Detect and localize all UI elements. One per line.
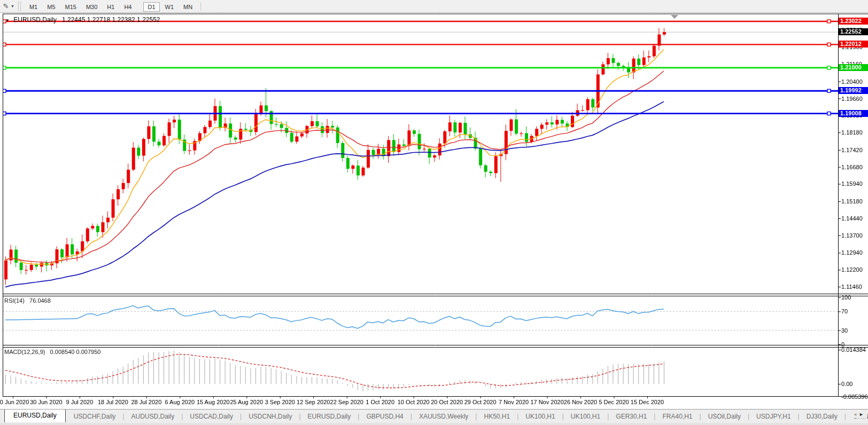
date-tick-label: 20 Jun 2020 — [0, 399, 29, 405]
date-tick-label: 6 Aug 2020 — [165, 399, 195, 405]
rsi-value: 76.0468 — [29, 297, 51, 304]
chart-canvas[interactable] — [0, 0, 868, 409]
timeframe-button-h1[interactable]: H1 — [103, 2, 119, 12]
chart-symbol-period: EURUSD,Daily — [13, 16, 57, 23]
timeframe-buttons: M1M5M15M30H1H4D1W1MN — [25, 2, 197, 11]
tab-scroll-right-icon[interactable]: ► — [859, 412, 865, 417]
pen-tool-icon[interactable]: ✎ — [1, 2, 11, 10]
date-tick-label: 28 Jul 2020 — [131, 399, 161, 405]
chart-tab-usdjpy-h1[interactable]: USDJPY,H1 — [749, 411, 797, 422]
chart-title-collapse-icon[interactable]: ▼ — [5, 18, 10, 23]
price-tick-label: 1.15180 — [841, 198, 863, 204]
timeframe-button-w1[interactable]: W1 — [161, 2, 179, 12]
timeframe-button-mn[interactable]: MN — [179, 2, 197, 12]
price-line-label[interactable]: 1.23022 — [839, 18, 868, 25]
trading-platform-window: ✎ ▼ M1M5M15M30H1H4D1W1MN ▼ EURUSD,Daily … — [0, 0, 868, 425]
date-tick-label: 20 Oct 2020 — [431, 399, 463, 405]
price-line-label[interactable]: 1.22012 — [839, 41, 868, 48]
date-tick-label: 7 Nov 2020 — [499, 399, 529, 405]
chart-tab-eurusd-daily[interactable]: EURUSD,Daily — [301, 411, 358, 422]
price-tick-label: 1.12940 — [841, 249, 863, 256]
timeframe-button-m5[interactable]: M5 — [43, 2, 59, 12]
date-tick-label: 29 Oct 2020 — [464, 399, 497, 405]
date-tick-label: 30 Jun 2020 — [30, 399, 63, 405]
chart-tab-usdcnh-daily[interactable]: USDCNH,Daily — [242, 411, 299, 422]
macd-values: 0.008540 0.007950 — [50, 349, 101, 355]
macd-tick-label: 0.00 — [841, 381, 852, 387]
price-tick-label: 1.15940 — [841, 180, 863, 187]
macd-indicator-label: MACD(12,26,9) 0.008540 0.007950 — [4, 349, 100, 355]
date-tick-label: 3 Sep 2020 — [265, 399, 295, 405]
date-tick-label: 1 Oct 2020 — [366, 399, 394, 405]
toolbar-grip-handle[interactable] — [18, 2, 21, 11]
chart-tab-uk100-h1[interactable]: UK100,H1 — [564, 411, 607, 422]
chart-tab-usdchf-daily[interactable]: USDCHF,Daily — [67, 411, 123, 422]
chart-tab-hk50-h1[interactable]: HK50,H1 — [477, 411, 517, 422]
chart-tab-bar: EURUSD,DailyUSDCHF,Daily|AUDUSD,Daily|US… — [0, 409, 868, 423]
chart-tab-xauusd-weekly[interactable]: XAUUSD,Weekly — [412, 411, 475, 422]
price-tick-label: 1.14440 — [841, 215, 863, 222]
price-line-label[interactable]: 1.22552 — [839, 28, 868, 35]
tab-scroll-left-icon[interactable]: ◄ — [852, 412, 859, 417]
toolbar-divider — [200, 2, 201, 11]
date-tick-label: 18 Jul 2020 — [98, 399, 128, 405]
date-tick-label: 12 Sep 2020 — [297, 399, 330, 405]
tab-scroll-arrows: ◄► — [851, 411, 867, 418]
timeframe-toolbar: ✎ ▼ M1M5M15M30H1H4D1W1MN — [0, 0, 868, 13]
rsi-name: RSI(14) — [4, 297, 25, 304]
date-tick-label: 15 Dec 2020 — [631, 399, 664, 405]
date-tick-label: 26 Nov 2020 — [564, 399, 597, 405]
macd-tick-label: -0.005396 — [841, 393, 868, 400]
chart-tab-fra40-h1[interactable]: FRA40,H1 — [655, 411, 699, 422]
price-tick-label: 1.13700 — [841, 232, 863, 239]
price-line-label[interactable]: 1.21000 — [839, 64, 868, 71]
price-tick-label: 1.19660 — [841, 96, 863, 102]
chart-tab-usoil-daily[interactable]: USOil,Daily — [701, 411, 748, 422]
timeframe-button-m1[interactable]: M1 — [25, 2, 42, 12]
price-tick-label: 1.16680 — [841, 164, 863, 170]
date-tick-label: 17 Nov 2020 — [530, 399, 563, 405]
timeframe-button-h4[interactable]: H4 — [120, 2, 136, 12]
rsi-tick-label: 100 — [841, 294, 851, 301]
chart-tab-usdcad-daily[interactable]: USDCAD,Daily — [183, 411, 240, 422]
chart-tab-audusd-daily[interactable]: AUDUSD,Daily — [125, 411, 182, 422]
chart-tab-gbpusd-h4[interactable]: GBPUSD,H4 — [359, 411, 410, 422]
status-strip — [0, 423, 868, 425]
timeframe-button-m30[interactable]: M30 — [82, 2, 102, 12]
rsi-tick-label: 70 — [841, 308, 848, 314]
price-tick-label: 1.18180 — [841, 129, 863, 136]
price-tick-label: 1.11460 — [841, 284, 862, 290]
date-tick-label: 5 Dec 2020 — [599, 399, 629, 405]
date-tick-label: 25 Aug 2020 — [230, 399, 263, 405]
chart-tab-ger30-h1[interactable]: GER30,H1 — [609, 411, 654, 422]
chart-tab-dj30-daily[interactable]: DJ30,Daily — [800, 411, 844, 422]
macd-name: MACD(12,26,9) — [4, 349, 45, 355]
date-tick-label: 22 Sep 2020 — [330, 399, 363, 405]
date-tick-label: 10 Oct 2020 — [398, 399, 430, 405]
price-tick-label: 1.17420 — [841, 147, 863, 153]
rsi-indicator-label: RSI(14) 76.0468 — [4, 297, 51, 304]
macd-tick-label: 0.014384 — [841, 347, 866, 353]
chart-ohlc-values: 1.22445 1.22718 1.22382 1.22552 — [62, 16, 160, 23]
price-line-label[interactable]: 1.19008 — [839, 110, 868, 117]
timeframe-button-m15[interactable]: M15 — [61, 2, 81, 12]
chart-tab-eurusd-daily[interactable]: EURUSD,Daily — [4, 409, 66, 422]
timeframe-button-d1[interactable]: D1 — [143, 2, 159, 12]
chart-title: ▼ EURUSD,Daily 1.22445 1.22718 1.22382 1… — [5, 16, 160, 23]
price-tick-label: 1.20400 — [841, 78, 863, 85]
pen-tool-dropdown-caret[interactable]: ▼ — [11, 4, 14, 8]
date-tick-label: 9 Jul 2020 — [66, 399, 94, 405]
price-line-label[interactable]: 1.19992 — [839, 87, 868, 94]
date-tick-label: 15 Aug 2020 — [197, 399, 230, 405]
rsi-tick-label: 30 — [841, 327, 848, 334]
price-tick-label: 1.12200 — [841, 266, 863, 273]
chart-tab-uk100-h1[interactable]: UK100,H1 — [518, 411, 562, 422]
